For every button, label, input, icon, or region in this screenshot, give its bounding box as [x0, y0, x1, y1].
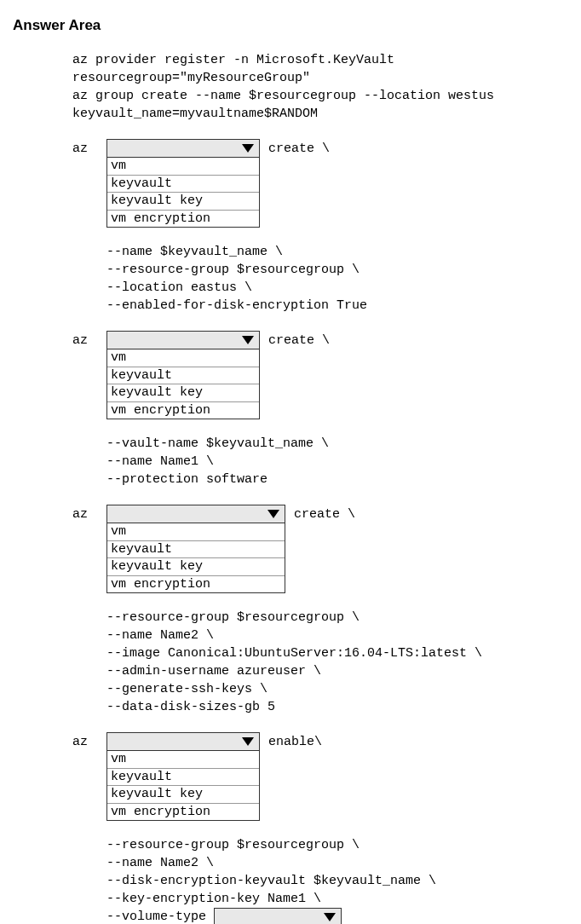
param-line: --name Name1 \: [106, 453, 568, 471]
dropdown-4[interactable]: [106, 732, 260, 751]
param-line: --location eastus \: [106, 279, 568, 297]
dropdown-4-options: vm keyvault keyvault key vm encryption: [106, 751, 260, 821]
dropdown-option-keyvault[interactable]: keyvault: [107, 769, 259, 787]
dropdown-option-vm-encryption[interactable]: vm encryption: [107, 576, 285, 593]
param-line: --enabled-for-disk-encryption True: [106, 297, 568, 315]
chevron-down-icon: [324, 913, 336, 921]
param-line: --disk-encryption-keyvault $keyvault_nam…: [106, 872, 568, 890]
param-line: --name Name2 \: [106, 627, 568, 644]
param-line: --admin-username azureuser \: [106, 662, 568, 680]
dropdown-option-vm[interactable]: vm: [107, 349, 259, 367]
volume-type-label: --volume-type: [106, 908, 214, 924]
command-block-2: az create \ vm keyvault keyvault key vm …: [72, 330, 568, 419]
param-line: --generate-ssh-keys \: [106, 680, 568, 698]
dropdown-option-keyvault-key[interactable]: keyvault key: [107, 558, 285, 576]
command-block-3: az create \ vm keyvault keyvault key vm …: [72, 504, 568, 593]
dropdown-2-options: vm keyvault keyvault key vm encryption: [106, 349, 260, 419]
param-line: --resource-group $resourcegroup \: [106, 261, 568, 279]
after-dd-text: create \: [260, 330, 330, 349]
dropdown-option-keyvault[interactable]: keyvault: [107, 541, 285, 559]
chevron-down-icon: [242, 737, 254, 746]
param-line: --protection software: [106, 471, 568, 488]
az-prefix: az: [72, 504, 106, 523]
az-prefix: az: [72, 330, 106, 349]
params-block-2: --vault-name $keyvault_name \ --name Nam…: [72, 435, 568, 488]
dropdown-option-keyvault-key[interactable]: keyvault key: [107, 193, 259, 211]
dropdown-option-vm[interactable]: vm: [107, 523, 285, 541]
param-line: --image Canonical:UbuntuServer:16.04-LTS…: [106, 644, 568, 662]
after-dd-text: create \: [285, 504, 355, 523]
chevron-down-icon: [242, 336, 254, 344]
param-line: --resource-group $resourcegroup \: [106, 609, 568, 627]
dropdown-volume-type[interactable]: [214, 908, 342, 924]
code-line: az provider register -n Microsoft.KeyVau…: [72, 51, 568, 69]
page-title: Answer Area: [13, 17, 568, 34]
az-prefix: az: [72, 731, 106, 751]
dropdown-1-options: vm keyvault keyvault key vm encryption: [106, 158, 260, 228]
param-line: --name $keyvault_name \: [106, 243, 568, 261]
dropdown-option-keyvault-key[interactable]: keyvault key: [107, 384, 259, 402]
dropdown-option-vm[interactable]: vm: [107, 158, 259, 176]
chevron-down-icon: [242, 144, 254, 153]
param-line: --vault-name $keyvault_name \: [106, 435, 568, 453]
command-block-1: az create \ vm keyvault keyvault key vm …: [72, 138, 568, 228]
after-dd-text: enable\: [260, 731, 322, 751]
param-line: --name Name2 \: [106, 854, 568, 872]
dropdown-3-options: vm keyvault keyvault key vm encryption: [106, 523, 285, 593]
intro-code-block: az provider register -n Microsoft.KeyVau…: [72, 51, 568, 123]
dropdown-option-vm-encryption[interactable]: vm encryption: [107, 402, 259, 419]
dropdown-option-keyvault[interactable]: keyvault: [107, 367, 259, 385]
code-line: resourcegroup="myResourceGroup": [72, 69, 568, 87]
params-block-1: --name $keyvault_name \ --resource-group…: [72, 243, 568, 315]
az-prefix: az: [72, 138, 106, 158]
params-block-4: --resource-group $resourcegroup \ --name…: [72, 836, 568, 924]
content-area: az provider register -n Microsoft.KeyVau…: [13, 51, 568, 924]
dropdown-option-keyvault[interactable]: keyvault: [107, 176, 259, 193]
code-line: az group create --name $resourcegroup --…: [72, 87, 568, 105]
after-dd-text: create \: [260, 138, 330, 158]
param-line: --data-disk-sizes-gb 5: [106, 698, 568, 716]
dropdown-option-vm[interactable]: vm: [107, 751, 259, 769]
params-block-3: --resource-group $resourcegroup \ --name…: [72, 609, 568, 716]
param-line: --key-encryption-key Name1 \: [106, 890, 568, 908]
dropdown-option-keyvault-key[interactable]: keyvault key: [107, 786, 259, 804]
code-line: keyvault_name=myvaultname$RANDOM: [72, 105, 568, 123]
param-line: --resource-group $resourcegroup \: [106, 836, 568, 854]
dropdown-2[interactable]: [106, 331, 260, 349]
dropdown-1[interactable]: [106, 139, 260, 158]
dropdown-option-vm-encryption[interactable]: vm encryption: [107, 804, 259, 821]
dropdown-option-vm-encryption[interactable]: vm encryption: [107, 211, 259, 228]
chevron-down-icon: [267, 510, 279, 518]
command-block-4: az enable\ vm keyvault keyvault key vm e…: [72, 731, 568, 821]
dropdown-3[interactable]: [106, 505, 285, 523]
